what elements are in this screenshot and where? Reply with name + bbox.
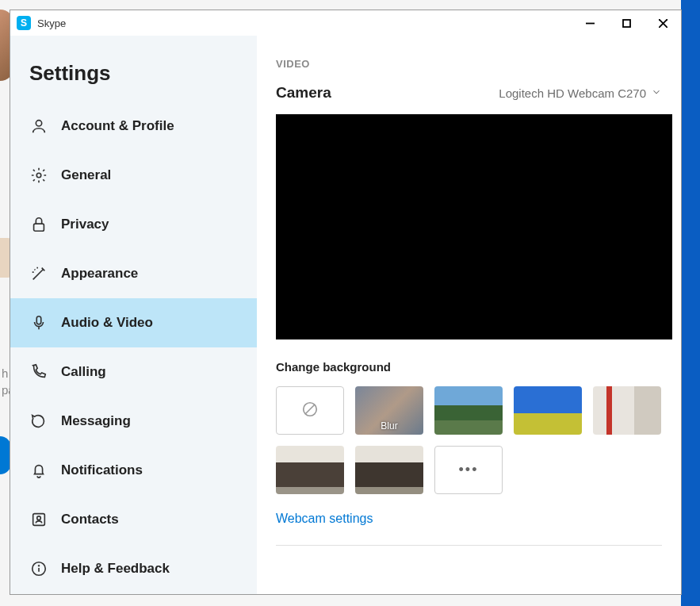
sidebar-item-messaging[interactable]: Messaging: [10, 397, 257, 446]
background-option-office[interactable]: [593, 386, 661, 435]
gear-icon: [29, 166, 48, 185]
sidebar-title: Settings: [10, 52, 257, 102]
svg-rect-6: [34, 224, 44, 231]
sidebar-item-label: Audio & Video: [61, 315, 153, 331]
change-background-heading: Change background: [276, 360, 662, 374]
background-option-field[interactable]: [514, 386, 582, 435]
sidebar-item-label: Messaging: [61, 413, 131, 429]
sidebar-item-general[interactable]: General: [10, 151, 257, 200]
camera-selected-value: Logitech HD Webcam C270: [499, 86, 646, 100]
sidebar-item-label: General: [61, 167, 111, 183]
sidebar-item-label: Contacts: [61, 512, 119, 527]
sidebar-item-privacy[interactable]: Privacy: [10, 200, 257, 249]
settings-window: S Skype Settings Account & Profile: [10, 10, 682, 595]
titlebar: S Skype: [10, 10, 681, 36]
svg-rect-1: [623, 20, 630, 27]
background-option-none[interactable]: [276, 386, 344, 435]
background-option-more[interactable]: •••: [434, 446, 503, 494]
camera-heading: Camera: [276, 84, 331, 102]
sidebar-item-account-profile[interactable]: Account & Profile: [10, 102, 257, 151]
section-label-video: VIDEO: [276, 58, 662, 70]
chevron-down-icon: [651, 86, 662, 100]
background-options-grid: Blur •••: [276, 386, 662, 494]
skype-icon: S: [17, 16, 31, 30]
sidebar-item-audio-video[interactable]: Audio & Video: [10, 298, 257, 347]
none-icon: [301, 401, 319, 421]
sidebar-item-notifications[interactable]: Notifications: [10, 446, 257, 495]
lock-icon: [29, 215, 48, 234]
close-button[interactable]: [645, 10, 681, 36]
background-option-room-1[interactable]: [276, 446, 344, 494]
info-icon: [29, 559, 48, 578]
content-panel: VIDEO Camera Logitech HD Webcam C270 Cha…: [257, 36, 681, 594]
person-icon: [29, 117, 48, 136]
minimize-button[interactable]: [572, 10, 608, 36]
bell-icon: [29, 461, 48, 480]
microphone-icon: [29, 313, 48, 332]
settings-sidebar: Settings Account & Profile General Priva…: [10, 36, 257, 594]
svg-point-12: [39, 566, 40, 566]
contacts-icon: [29, 510, 48, 529]
phone-icon: [29, 362, 48, 382]
sidebar-item-help-feedback[interactable]: Help & Feedback: [10, 544, 257, 593]
sidebar-item-label: Calling: [61, 364, 106, 380]
camera-preview: [276, 114, 672, 339]
sidebar-item-calling[interactable]: Calling: [10, 347, 257, 397]
svg-rect-7: [36, 316, 41, 324]
sidebar-item-label: Notifications: [61, 462, 143, 478]
sidebar-item-label: Privacy: [61, 217, 109, 232]
svg-point-5: [36, 173, 41, 178]
svg-point-9: [37, 516, 41, 520]
sidebar-item-label: Appearance: [61, 266, 138, 282]
svg-point-4: [36, 121, 41, 126]
background-option-blur[interactable]: Blur: [355, 386, 423, 435]
wand-icon: [29, 264, 48, 283]
webcam-settings-link[interactable]: Webcam settings: [276, 512, 373, 526]
app-title: Skype: [37, 17, 66, 29]
background-option-room-2[interactable]: [355, 446, 423, 494]
blur-label: Blur: [355, 420, 423, 431]
chat-icon: [29, 412, 48, 431]
svg-line-14: [306, 405, 315, 413]
sidebar-item-appearance[interactable]: Appearance: [10, 249, 257, 298]
sidebar-item-label: Help & Feedback: [61, 561, 170, 577]
maximize-button[interactable]: [608, 10, 645, 36]
background-option-mountain[interactable]: [434, 386, 503, 435]
ellipsis-icon: •••: [459, 462, 479, 478]
sidebar-item-contacts[interactable]: Contacts: [10, 495, 257, 544]
sidebar-item-label: Account & Profile: [61, 118, 174, 134]
divider: [276, 545, 662, 546]
camera-dropdown[interactable]: Logitech HD Webcam C270: [499, 86, 662, 100]
